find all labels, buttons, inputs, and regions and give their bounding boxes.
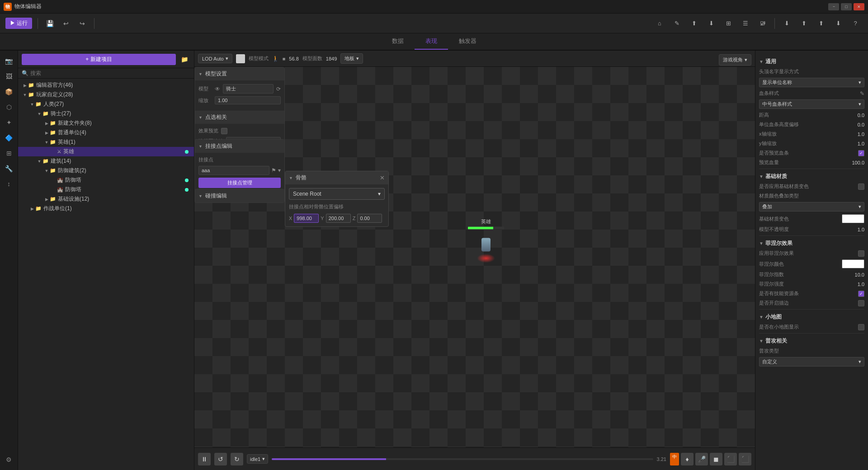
animation-progress[interactable]	[272, 458, 653, 460]
attach-input[interactable]	[198, 166, 269, 175]
tree-item[interactable]: 🏰防御塔	[18, 185, 194, 194]
left-icon-hex[interactable]: ⬡	[2, 100, 16, 114]
attach-panel-header[interactable]: ▼ 挂接点编辑	[195, 140, 284, 153]
scale-value-field[interactable]: 1.00	[215, 96, 281, 104]
anim-icon-4[interactable]: ⬛	[724, 453, 737, 465]
import-icon[interactable]: ⬆	[797, 17, 811, 30]
close-button[interactable]: ✕	[854, 3, 864, 10]
tree-item[interactable]: ▼📁骑士(27)	[18, 109, 194, 118]
prev-frame-button[interactable]: ↺	[214, 453, 227, 465]
effect-row: 效果预览	[198, 127, 281, 134]
x-coord-input[interactable]	[294, 214, 319, 223]
left-icon-resize[interactable]: ↕	[2, 177, 16, 191]
home-icon[interactable]: ⌂	[652, 17, 667, 30]
y-coord-input[interactable]	[326, 214, 351, 223]
tree-item[interactable]: ⚔英雄	[18, 147, 194, 156]
anim-icon-5[interactable]: ⬛	[739, 453, 751, 465]
tree-icon: 📁	[50, 196, 56, 202]
download-icon[interactable]: ⬇	[704, 17, 718, 30]
export-down-icon[interactable]: ⬇	[779, 17, 794, 30]
redo-button[interactable]: ↪	[76, 17, 89, 30]
left-icon-shape[interactable]: 🔷	[2, 131, 16, 145]
lod-auto-button[interactable]: LOD Auto ▾	[198, 54, 232, 63]
edit-icon[interactable]: ✎	[670, 17, 684, 30]
apply-material-checkbox[interactable]	[858, 183, 864, 190]
tree-item[interactable]: ▶📁基础设施(12)	[18, 194, 194, 204]
model-settings-title: 模型设置	[205, 70, 227, 78]
panel-folder-icon[interactable]: 📁	[179, 53, 190, 65]
collision-header[interactable]: ▼ 碰撞编辑	[195, 189, 284, 202]
tab-data[interactable]: 数据	[381, 33, 415, 50]
base-color-swatch[interactable]	[842, 214, 864, 223]
grid-icon[interactable]: ⊞	[721, 17, 736, 30]
tree-label: 普通单位(4)	[58, 129, 86, 136]
tree-item[interactable]: ▶📁普通单位(4)	[18, 128, 194, 137]
save-button[interactable]: 💾	[43, 17, 56, 30]
monitor-icon[interactable]: 🖳	[755, 17, 770, 30]
z-coord-input[interactable]	[357, 214, 382, 223]
anim-icon-3[interactable]: ◼	[710, 453, 722, 465]
left-icon-star[interactable]: ✦	[2, 116, 16, 129]
attack-type-select[interactable]: 自定义 ▾	[759, 357, 864, 367]
box-icon[interactable]: ☰	[738, 17, 753, 30]
view-select[interactable]: 游戏视角 ▾	[719, 54, 751, 66]
expand-arrow: ▶	[22, 83, 28, 88]
apply-fresnel-checkbox[interactable]	[858, 250, 864, 257]
name-display-select[interactable]: 显示单位名称 ▾	[759, 78, 864, 87]
fresnel-color-swatch[interactable]	[842, 259, 864, 268]
tree-item[interactable]: 🏰防御塔	[18, 175, 194, 185]
tree-item[interactable]: ▼📁玩家自定义(28)	[18, 90, 194, 99]
attach-flag-icon[interactable]: ⚑	[271, 167, 276, 174]
color-picker-white[interactable]	[236, 54, 245, 63]
anim-icon-1[interactable]: ♦	[681, 453, 693, 465]
minimap-checkbox[interactable]	[858, 324, 864, 330]
anim-icon-2[interactable]: 🎤	[695, 453, 708, 465]
pause-button[interactable]: ⏸	[198, 453, 211, 465]
maximize-button[interactable]: □	[841, 3, 852, 10]
run-button[interactable]: ▶ 运行	[5, 18, 32, 29]
health-style-select[interactable]: 中号血条样式 ▾	[759, 99, 864, 109]
tab-trigger[interactable]: 触发器	[448, 33, 487, 50]
left-icon-package[interactable]: 📦	[2, 85, 16, 99]
new-item-button[interactable]: + 新建项目	[22, 54, 176, 65]
left-icon-image[interactable]: 🖼	[2, 70, 16, 83]
model-value[interactable]: 骑士	[223, 84, 274, 94]
floor-button[interactable]: 地板 ▾	[340, 53, 363, 64]
outline-checkbox[interactable]	[858, 300, 864, 306]
next-frame-button[interactable]: ↻	[231, 453, 243, 465]
animation-select[interactable]: idle1 ▾	[247, 454, 268, 464]
left-icon-wrench[interactable]: 🔧	[2, 162, 16, 175]
bone-close-button[interactable]: ✕	[380, 174, 385, 181]
search-input[interactable]	[30, 70, 190, 76]
tree-item[interactable]: ▼📁英雄(1)	[18, 137, 194, 147]
attach-chevron-icon[interactable]: ▾	[278, 167, 281, 174]
eye-icon[interactable]: 👁	[215, 86, 220, 92]
select-settings-header[interactable]: ▼ 点选相关	[195, 111, 284, 124]
tree-item[interactable]: ▼📁建筑(14)	[18, 156, 194, 166]
help-icon[interactable]: ?	[848, 17, 863, 30]
model-settings-header[interactable]: ▼ 模型设置	[195, 67, 284, 80]
tree-item[interactable]: ▼📁人类(27)	[18, 99, 194, 109]
left-icon-grid[interactable]: ⊞	[2, 146, 16, 160]
blend-type-select[interactable]: 叠加 ▾	[759, 202, 864, 212]
undo-button[interactable]: ↩	[60, 17, 72, 30]
publish-icon[interactable]: ⬇	[831, 17, 845, 30]
show-health-checkbox[interactable]	[858, 150, 864, 156]
manage-attach-button[interactable]: 挂接点管理	[198, 178, 281, 188]
skill-bar-checkbox[interactable]	[858, 291, 864, 297]
tab-appearance[interactable]: 表现	[415, 33, 448, 50]
upload-icon[interactable]: ⬆	[687, 17, 701, 30]
edit-icon-health[interactable]: ✎	[860, 90, 864, 97]
bone-scene-root-select[interactable]: Scene Root ▾	[289, 188, 385, 200]
viewport-canvas[interactable]: 英雄 ▼ 模型设置 模型 👁	[194, 67, 755, 447]
tree-item[interactable]: ▶📁新建文件夹(8)	[18, 118, 194, 128]
effect-checkbox[interactable]	[221, 128, 227, 134]
left-icon-camera[interactable]: 📷	[2, 54, 16, 68]
refresh-icon[interactable]: ⟳	[276, 86, 281, 92]
tree-item[interactable]: ▶📁作战单位(1)	[18, 204, 194, 213]
left-icon-settings[interactable]: ⚙	[2, 453, 16, 466]
minimize-button[interactable]: －	[828, 3, 839, 10]
tree-item[interactable]: ▼📁防御建筑(2)	[18, 166, 194, 175]
share-icon[interactable]: ⬆	[814, 17, 828, 30]
tree-item[interactable]: ▶📁编辑器官方(46)	[18, 80, 194, 90]
